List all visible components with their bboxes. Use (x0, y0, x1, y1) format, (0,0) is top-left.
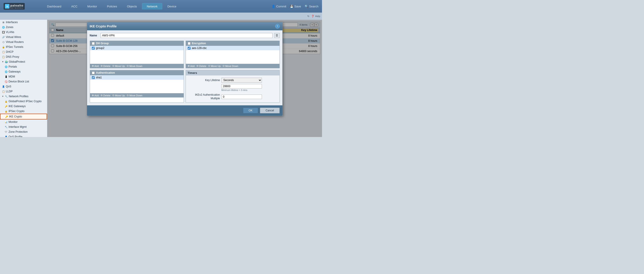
authentication-panel: Authentication sha1 ⊕ (90, 70, 184, 103)
tab-acc[interactable]: ACC (66, 3, 82, 10)
key-lifetime-number-input[interactable] (222, 84, 262, 89)
qos-icon: 👤 (2, 85, 5, 88)
commit-label: Commit (276, 5, 286, 8)
tab-network[interactable]: Network (142, 3, 162, 9)
save-action[interactable]: 💾 Save (290, 5, 301, 8)
sidebar-label-zone-protection: Zone Protection (8, 130, 28, 134)
sidebar-item-network-profiles[interactable]: ▼ 🔧 Network Profiles (0, 94, 47, 99)
encryption-select-all[interactable] (188, 42, 190, 45)
sidebar-item-gateways[interactable]: 🌐 Gateways (0, 69, 47, 74)
sidebar-item-ike-crypto[interactable]: 🔑 IKE Crypto (0, 114, 47, 120)
sidebar-label-ipsec-tunnels: IPSec Tunnels (6, 45, 23, 48)
dh-delete-btn[interactable]: ⊖ Delete (100, 64, 110, 67)
auth-footer: ⊕ Add ⊖ Delete ⊙ Move Up (90, 93, 184, 98)
sidebar-item-monitor[interactable]: 📊 Monitor (0, 120, 47, 125)
auth-moveup-icon: ⊙ (112, 94, 114, 97)
commit-icon: 👤 (272, 5, 275, 8)
auth-row-sha1[interactable]: sha1 (90, 75, 184, 80)
second-bar: ↻ ❓ Help (0, 12, 322, 20)
sidebar-item-vlans[interactable]: 🔲 VLANs (0, 30, 47, 35)
search-label: Search (309, 5, 318, 8)
auth-moveup-btn[interactable]: ⊙ Move Up (112, 94, 125, 97)
sidebar-item-dhcp[interactable]: 📋 DHCP (0, 49, 47, 54)
name-icon-button[interactable]: ☰ (274, 33, 280, 38)
sidebar-item-globalprotect[interactable]: ▼ 🌍 GlobalProtect (0, 59, 47, 64)
commit-action[interactable]: 👤 Commit (272, 5, 286, 8)
enc-moveup-btn[interactable]: ⊙ Move Up (208, 64, 221, 67)
content-area: 🔍 4 items + × Name Key Lifetime default … (47, 20, 322, 137)
sidebar-item-interface-mgmt[interactable]: 🔧 Interface Mgmt (0, 125, 47, 129)
tab-monitor[interactable]: Monitor (82, 3, 102, 10)
sidebar-item-zone-protection[interactable]: 🛡 Zone Protection (0, 129, 47, 134)
enc-add-icon: ⊕ (188, 64, 190, 67)
sidebar-label-lldp: LLDP (6, 90, 12, 93)
dh-moveup-btn[interactable]: ⊙ Move Up (112, 64, 125, 67)
enc-delete-btn[interactable]: ⊖ Delete (196, 64, 206, 67)
sidebar-item-ike-gateways[interactable]: 🔑 IKE Gateways (0, 104, 47, 109)
cancel-button[interactable]: Cancel (260, 108, 280, 113)
dh-add-btn[interactable]: ⊕ Add (92, 64, 99, 67)
ipsec-tunnels-icon: 🔒 (2, 45, 5, 48)
help-circle-icon: ❓ (311, 15, 314, 18)
enc-add-btn[interactable]: ⊕ Add (188, 64, 195, 67)
modal-overlay: IKE Crypto Profile ? Name ☰ (47, 20, 322, 137)
enc-movedown-btn[interactable]: ⊙ Move Down (222, 64, 238, 67)
sidebar-item-mdm[interactable]: 📱 MDM (0, 74, 47, 79)
sidebar-item-dns-proxy[interactable]: 📋 DNS Proxy (0, 54, 47, 59)
tab-policies[interactable]: Policies (102, 3, 122, 10)
network-profiles-icon: 🔧 (5, 95, 8, 98)
key-lifetime-row: Key Lifetime Seconds Minutes Hours Days (188, 78, 277, 83)
tab-objects[interactable]: Objects (122, 3, 142, 10)
sidebar-item-ipsec-crypto[interactable]: 🔒 IPSec Crypto (0, 109, 47, 114)
ok-button[interactable]: OK (243, 108, 258, 113)
name-input[interactable] (100, 33, 272, 38)
dh-movedown-label: Move Down (130, 65, 142, 67)
sidebar-label-globalprotect: GlobalProtect (9, 60, 25, 63)
auth-delete-btn[interactable]: ⊖ Delete (100, 94, 110, 97)
sidebar-item-device-block-list[interactable]: 🚫 Device Block List (0, 79, 47, 84)
aes128cbc-check[interactable] (188, 47, 190, 50)
sidebar-label-ike-crypto: IKE Crypto (9, 115, 22, 118)
timers-body: Key Lifetime Seconds Minutes Hours Days (186, 75, 280, 102)
modal-title-bar: IKE Crypto Profile ? (87, 22, 282, 30)
dh-group-body: group2 (90, 46, 184, 64)
sidebar-item-gp-ipsec-crypto[interactable]: 🔒 GlobalProtect IPSec Crypto (0, 99, 47, 104)
sidebar-item-virtual-routers[interactable]: ⬡ Virtual Routers (0, 39, 47, 44)
encryption-row-aes128cbc[interactable]: aes-128-cbc (186, 46, 280, 50)
auth-select-all[interactable] (92, 71, 95, 74)
tab-device[interactable]: Device (163, 3, 181, 10)
ikev2-auth-input[interactable] (222, 95, 262, 99)
help-btn[interactable]: ❓ Help (311, 15, 320, 18)
sha1-check[interactable] (92, 76, 95, 79)
sidebar-label-ike-gateways: IKE Gateways (8, 105, 26, 108)
sidebar-item-ipsec-tunnels[interactable]: 🔒 IPSec Tunnels (0, 44, 47, 49)
save-icon: 💾 (290, 5, 294, 8)
key-lifetime-select[interactable]: Seconds Minutes Hours Days (222, 78, 262, 83)
refresh-btn[interactable]: ↻ (307, 15, 310, 18)
sidebar-item-zones[interactable]: 🌐 Zones (0, 25, 47, 30)
encryption-body: aes-128-cbc (186, 46, 280, 64)
sidebar-label-ipsec-crypto: IPSec Crypto (8, 110, 24, 113)
sidebar-item-qos[interactable]: 👤 QoS (0, 84, 47, 89)
dh-group2-check[interactable] (92, 47, 95, 50)
dh-group-select-all[interactable] (92, 42, 95, 45)
sidebar-item-qos-profile[interactable]: 👤 QoS Profile (0, 134, 47, 137)
dh-movedown-btn[interactable]: ⊙ Move Down (127, 64, 142, 67)
interface-mgmt-icon: 🔧 (4, 125, 8, 129)
dh-movedown-icon: ⊙ (127, 64, 129, 67)
tab-dashboard[interactable]: Dashboard (42, 3, 66, 10)
sidebar-item-virtual-wires[interactable]: 🔗 Virtual Wires (0, 35, 47, 39)
sidebar-item-portals[interactable]: 🌐 Portals (0, 64, 47, 69)
sidebar-label-dns-proxy: DNS Proxy (6, 55, 19, 58)
ikev2-auth-label: IKEv2 Authentication Multiple (188, 93, 220, 100)
dh-group-row-group2[interactable]: group2 (90, 46, 184, 50)
sidebar-item-lldp[interactable]: 📋 LLDP (0, 89, 47, 94)
modal-help-button[interactable]: ? (275, 24, 280, 28)
sidebar-label-device-block-list: Device Block List (8, 80, 29, 83)
auth-add-btn[interactable]: ⊕ Add (92, 94, 99, 97)
top-nav: ⊞ paloalto NETWORKS Dashboard ACC Monito… (0, 0, 322, 12)
name-row: Name ☰ (90, 33, 280, 38)
sidebar-item-interfaces[interactable]: ⊞ Interfaces (0, 20, 47, 25)
auth-movedown-btn[interactable]: ⊙ Move Down (127, 94, 142, 97)
search-action[interactable]: 🔍 Search (305, 5, 318, 8)
